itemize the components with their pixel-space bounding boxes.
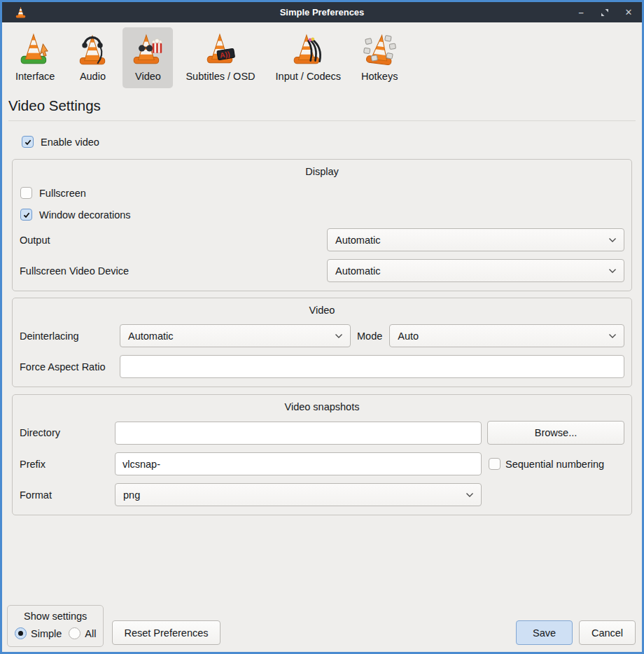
vlc-cone-codecs-icon [290,32,326,67]
deinterlacing-row: Deinterlacing Automatic Mode Auto [20,324,624,347]
tab-label: Subtitles / OSD [186,71,255,82]
display-group-title: Display [20,163,624,183]
snapshots-group-title: Video snapshots [20,398,624,418]
tab-subtitles-osd[interactable]: A)) Subtitles / OSD [178,27,262,88]
tab-label: Video [135,71,161,82]
sequential-numbering-checkbox[interactable] [489,458,500,470]
tab-video[interactable]: Video [122,27,173,88]
radio-option-simple[interactable]: Simple [15,627,62,639]
footer-bar: Show settings Simple All Reset Preferenc… [7,605,636,647]
prefix-label: Prefix [20,459,115,470]
check-icon [22,211,31,219]
fullscreen-label: Fullscreen [39,188,86,199]
fullscreen-video-device-row: Fullscreen Video Device Automatic [20,259,624,282]
window-decorations-checkbox[interactable] [20,209,32,221]
chevron-down-icon [335,333,343,339]
tab-label: Audio [80,71,106,82]
fullscreen-video-device-label: Fullscreen Video Device [20,265,129,277]
sequential-numbering-label: Sequential numbering [505,459,604,470]
force-aspect-ratio-input[interactable] [120,355,624,378]
cancel-button[interactable]: Cancel [579,620,636,645]
tab-input-codecs[interactable]: Input / Codecs [268,27,349,88]
force-aspect-ratio-label: Force Aspect Ratio [20,361,120,373]
window-decorations-label: Window decorations [39,209,131,221]
check-icon [24,138,32,146]
vlc-cone-subtitles-icon: A)) [203,32,238,67]
simple-preferences-window: Simple Preferences – ✕ [0,0,644,654]
browse-button[interactable]: Browse... [487,421,624,445]
sequential-numbering-row: Sequential numbering [489,458,604,470]
window-title: Simple Preferences [2,7,642,18]
restore-button[interactable] [600,8,610,18]
fullscreen-row: Fullscreen [20,187,624,199]
titlebar[interactable]: Simple Preferences – ✕ [2,2,642,22]
restore-icon [601,8,609,17]
preferences-toolbar: Interface Audio [2,22,642,88]
force-aspect-ratio-row: Force Aspect Ratio [20,355,624,378]
vlc-cone-audio-icon [75,32,110,67]
window-decorations-row: Window decorations [20,209,624,221]
fullscreen-video-device-select[interactable]: Automatic [327,259,624,282]
output-select[interactable]: Automatic [327,228,624,251]
all-radio-label: All [85,628,96,639]
mode-label: Mode [357,331,382,342]
video-group: Video Deinterlacing Automatic Mode Auto … [12,298,632,387]
format-label: Format [20,489,115,501]
subtitles-glyph: A)) [219,50,230,60]
simple-radio[interactable] [15,627,27,639]
format-select[interactable]: png [115,483,482,506]
heading-divider [8,120,636,121]
all-radio[interactable] [69,627,80,639]
output-label: Output [20,235,50,246]
enable-video-label: Enable video [41,137,99,148]
vlc-cone-interface-icon [18,32,52,67]
directory-row: Directory Browse... [20,421,624,445]
deinterlacing-label: Deinterlacing [20,331,120,342]
window-controls: – ✕ [576,8,634,18]
tab-label: Interface [15,71,55,82]
show-settings-options: Simple All [15,627,96,639]
video-snapshots-group: Video snapshots Directory Browse... Pref… [12,394,632,515]
mode-select[interactable]: Auto [389,324,624,347]
video-group-title: Video [20,302,624,321]
display-group: Display Fullscreen Window decorations Ou… [12,159,632,291]
minimize-button[interactable]: – [576,8,586,18]
tab-hotkeys[interactable]: Hotkeys [354,27,405,88]
reset-preferences-button[interactable]: Reset Preferences [112,620,220,645]
save-button[interactable]: Save [516,620,573,645]
chevron-down-icon [608,333,617,339]
chevron-down-icon [608,268,617,274]
prefix-input[interactable] [115,452,482,475]
chevron-down-icon [608,237,617,243]
prefix-row: Prefix Sequential numbering [20,452,624,475]
page-title: Video Settings [8,97,642,114]
vlc-cone-hotkeys-icon [362,32,397,67]
simple-radio-label: Simple [31,628,62,639]
output-row: Output Automatic [20,228,624,251]
format-row: Format png [20,483,624,506]
directory-label: Directory [20,427,115,438]
tab-label: Hotkeys [361,71,398,82]
chevron-down-icon [465,492,474,498]
directory-input[interactable] [115,422,482,445]
enable-video-checkbox[interactable] [22,136,34,148]
enable-video-row: Enable video [22,136,642,148]
show-settings-title: Show settings [15,611,96,627]
tab-audio[interactable]: Audio [67,27,118,88]
tab-label: Input / Codecs [276,71,342,82]
deinterlacing-select[interactable]: Automatic [120,324,351,347]
vlc-cone-video-icon [130,32,165,67]
show-settings-group: Show settings Simple All [7,605,104,647]
close-button[interactable]: ✕ [624,8,634,18]
vlc-cone-icon [14,4,27,20]
radio-option-all[interactable]: All [69,627,96,639]
fullscreen-checkbox[interactable] [20,187,32,199]
tab-interface[interactable]: Interface [8,27,62,88]
